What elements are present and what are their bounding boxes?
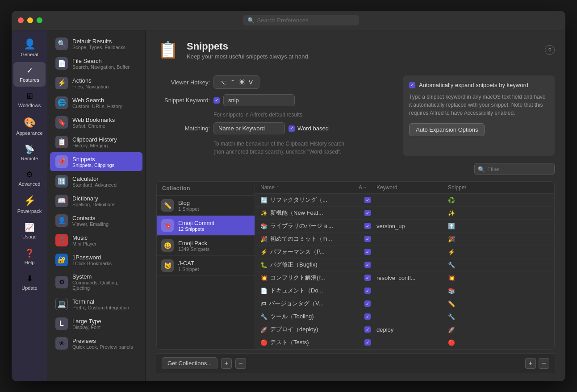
sidebar-item-update[interactable]: ⬇ Update (13, 270, 46, 295)
maximize-button[interactable] (37, 17, 42, 23)
snippet-keyword-input[interactable] (223, 94, 295, 106)
remove-snippet-button[interactable]: − (539, 358, 549, 369)
viewer-hotkey-display: ⌥ ⌃ ⌘ V (213, 75, 259, 89)
nav-item-file-search[interactable]: 📄 File Search Search, Navigation, Buffer (50, 54, 142, 73)
filter-input[interactable] (474, 163, 555, 175)
nav-item-dictionary[interactable]: 📖 Dictionary Spelling, Definitions (50, 192, 142, 210)
titlebar: 🔍 Search Preferences (12, 11, 565, 30)
sidebar-item-help[interactable]: ❓ Help (13, 245, 46, 269)
icon-sidebar: 👤 General ✓ Features ⊞ Workflows 🎨 Appea… (12, 30, 47, 381)
sidebar-item-workflows[interactable]: ⊞ Workflows (13, 88, 46, 112)
nav-item-actions[interactable]: ⚡ Actions Files, Navigation (50, 74, 142, 92)
snippet-checkbox-0[interactable] (364, 197, 371, 203)
sidebar-item-general[interactable]: 👤 General (13, 35, 46, 61)
keyword-column-header: Keyword (376, 184, 448, 191)
previews-icon: 👁 (55, 337, 68, 350)
add-snippet-button[interactable]: + (525, 358, 536, 369)
snippet-checkbox-2[interactable] (364, 223, 371, 229)
collection-item-emoji-commit[interactable]: 🔖 Emoji Commit 12 Snippets (157, 216, 255, 236)
nav-item-contacts[interactable]: 👤 Contacts Viewer, Emailing (50, 211, 142, 230)
collection-list: Collection ✏️ Blog 1 Snippet 🔖 (157, 182, 255, 349)
general-icon: 👤 (24, 38, 36, 50)
table-row[interactable]: 🔴テスト（Tests) 🔴 (255, 336, 554, 349)
nav-item-web-search[interactable]: 🌐 Web Search Custom, URLs, History (50, 93, 142, 112)
snippet-checkbox-1[interactable] (364, 210, 371, 216)
nav-item-clipboard-history[interactable]: 📋 Clipboard History History, Merging (50, 133, 142, 151)
auto-expand-checkbox[interactable] (409, 82, 415, 88)
table-row[interactable]: 💥コンフリクト解消(r... resolve_confl... 💥 (255, 271, 554, 284)
auto-expansion-options-button[interactable]: Auto Expansion Options (409, 123, 485, 136)
snippet-checkbox-11[interactable] (364, 339, 371, 346)
snippet-keyword-label: Snippet Keyword: (156, 97, 210, 104)
table-row[interactable]: 📄ドキュメント（Do... 📚 (255, 284, 554, 297)
default-results-icon: 🔍 (55, 38, 68, 50)
sidebar-item-usage[interactable]: 📈 Usage (13, 219, 46, 243)
add-collection-button[interactable]: + (221, 358, 232, 369)
snippet-checkbox-6[interactable] (364, 275, 371, 281)
table-row[interactable]: 🔧ツール（Tooling) 🔧 (255, 310, 554, 323)
terminal-icon: 💻 (55, 298, 68, 310)
table-row[interactable]: 📚ライブラリのバージョ... version_up ⬆️ (255, 220, 554, 233)
collection-item-blog[interactable]: ✏️ Blog 1 Snippet (157, 196, 255, 216)
collection-item-j-cat[interactable]: 🐱 J-CAT 1 Snippet (157, 256, 255, 276)
powerpack-icon: ⚡ (24, 195, 36, 207)
name-column-header[interactable]: Name ↑ (260, 184, 359, 191)
nav-item-web-bookmarks[interactable]: 🔖 Web Bookmarks Safari, Chrome (50, 113, 142, 132)
usage-icon: 📈 (25, 222, 34, 232)
nav-item-large-type[interactable]: L Large Type Display, Font (50, 314, 142, 333)
close-button[interactable] (18, 17, 24, 23)
remove-collection-button[interactable]: − (235, 358, 246, 369)
nav-item-previews[interactable]: 👁 Previews Quick Look, Preview panels (50, 334, 142, 353)
table-row[interactable]: ⚡パフォーマンス（P... ⚡ (255, 246, 554, 259)
snippet-checkbox-3[interactable] (364, 236, 371, 242)
minimize-button[interactable] (27, 17, 33, 23)
snippet-keyword-note: For snippets in Alfred's default results… (213, 112, 394, 118)
nav-item-snippets[interactable]: 📌 Snippets Snippets, Clippings (50, 152, 142, 171)
contacts-icon: 👤 (55, 214, 68, 227)
snippet-table-header: Name ↑ A→ Keyword Snippet (255, 182, 554, 194)
table-row[interactable]: 🔄リファクタリング（... ♻️ (255, 194, 554, 207)
table-row[interactable]: 🎉初めてのコミット（m... 🎉 (255, 233, 554, 246)
remote-icon: 📡 (25, 144, 34, 154)
dictionary-icon: 📖 (55, 195, 68, 207)
snippet-checkbox-10[interactable] (364, 326, 371, 333)
snippet-checkbox-9[interactable] (364, 313, 371, 320)
sidebar-item-remote[interactable]: 📡 Remote (13, 141, 46, 165)
1password-icon: 🔐 (55, 254, 68, 266)
traffic-lights (18, 17, 42, 23)
snippet-checkbox-8[interactable] (364, 300, 371, 307)
table-row[interactable]: 🏷バージョンタグ（V... ✏️ (255, 297, 554, 310)
sidebar-item-features[interactable]: ✓ Features (13, 62, 46, 87)
emoji-commit-collection-icon: 🔖 (161, 219, 174, 232)
snippet-checkbox-5[interactable] (364, 262, 371, 268)
snippet-checkbox-7[interactable] (364, 288, 371, 294)
global-search[interactable]: 🔍 Search Preferences (243, 15, 359, 25)
get-collections-button[interactable]: Get Collections... (162, 357, 217, 369)
snippet-keyword-checkbox[interactable] (213, 97, 220, 104)
table-row[interactable]: ✨新機能（New Feat... ✨ (255, 207, 554, 220)
nav-item-terminal[interactable]: 💻 Terminal Prefix, Custom Integration (50, 295, 142, 313)
snippet-column-header: Snippet (448, 184, 549, 191)
nav-item-calculator[interactable]: 🔢 Calculator Standard, Advanced (50, 172, 142, 191)
help-button[interactable]: ? (545, 45, 555, 55)
table-row[interactable]: 🐛バグ修正（Bugfix) 🔧 (255, 259, 554, 271)
keyword-icon-header: A→ (359, 184, 376, 191)
main-panel: 📋 Snippets Keep your most useful snippet… (146, 30, 565, 381)
table-row[interactable]: 🚀デプロイ（deploy) deploy 🚀 (255, 323, 554, 336)
sidebar-item-powerpack[interactable]: ⚡ Powerpack (13, 192, 46, 218)
word-based-checkbox[interactable] (288, 125, 295, 132)
nav-item-1password[interactable]: 🔐 1Password 1Click Bookmarks (50, 250, 142, 269)
collection-item-emoji-pack[interactable]: 😀 Emoji Pack 1349 Snippets (157, 236, 255, 256)
nav-sidebar: 🔍 Default Results Scope, Types, Fallback… (47, 30, 146, 381)
nav-item-system[interactable]: ⚙ System Commands, Quitting, Ejecting (50, 270, 142, 294)
bottom-bar: Get Collections... + − + − (156, 353, 555, 373)
snippet-checkbox-4[interactable] (364, 249, 371, 255)
nav-item-music[interactable]: 🎵 Music Mini Player (50, 231, 142, 250)
matching-select[interactable]: Name or Keyword Name Only Keyword Only (213, 122, 285, 134)
viewer-hotkey-label: Viewer Hotkey: (156, 79, 210, 86)
matching-note: To match the behaviour of the Clipboard … (213, 140, 394, 156)
sidebar-item-advanced[interactable]: ⚙ Advanced (13, 166, 46, 191)
workflows-icon: ⊞ (26, 91, 33, 101)
nav-item-default-results[interactable]: 🔍 Default Results Scope, Types, Fallback… (50, 34, 142, 53)
sidebar-item-appearance[interactable]: 🎨 Appearance (13, 113, 46, 140)
